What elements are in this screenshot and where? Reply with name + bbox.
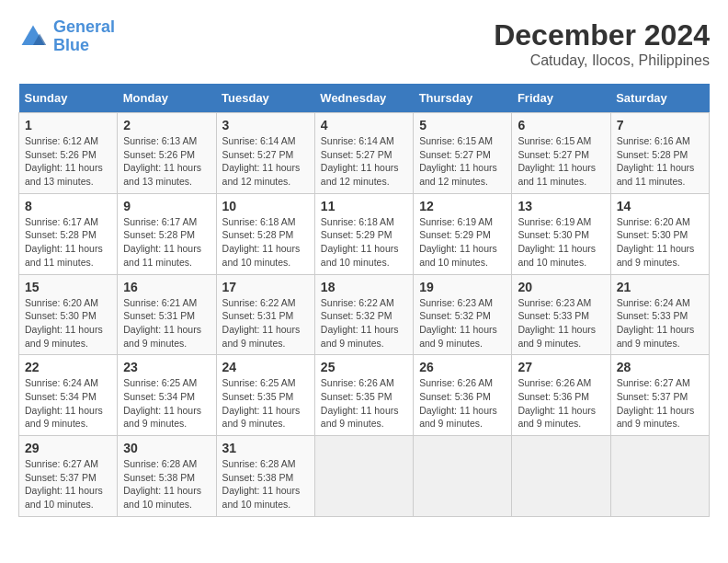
day-number: 12 xyxy=(419,199,506,213)
column-header-thursday: Thursday xyxy=(414,84,512,113)
calendar-cell: 1 Sunrise: 6:12 AM Sunset: 5:26 PM Dayli… xyxy=(19,113,118,194)
logo-line2: Blue xyxy=(53,36,89,54)
day-number: 25 xyxy=(321,360,407,374)
calendar-cell: 3 Sunrise: 6:14 AM Sunset: 5:27 PM Dayli… xyxy=(216,113,314,194)
calendar-cell: 5 Sunrise: 6:15 AM Sunset: 5:27 PM Dayli… xyxy=(414,113,512,194)
calendar-cell: 14 Sunrise: 6:20 AM Sunset: 5:30 PM Dayl… xyxy=(610,193,709,274)
day-number: 15 xyxy=(25,280,111,294)
day-info: Sunrise: 6:20 AM Sunset: 5:30 PM Dayligh… xyxy=(25,296,111,350)
day-number: 9 xyxy=(123,199,210,213)
day-number: 5 xyxy=(419,118,506,132)
calendar-cell: 27 Sunrise: 6:26 AM Sunset: 5:36 PM Dayl… xyxy=(512,355,610,436)
day-info: Sunrise: 6:26 AM Sunset: 5:36 PM Dayligh… xyxy=(518,376,604,431)
column-header-saturday: Saturday xyxy=(610,84,709,113)
day-number: 18 xyxy=(321,280,407,294)
calendar-cell xyxy=(512,436,610,517)
calendar-cell: 30 Sunrise: 6:28 AM Sunset: 5:38 PM Dayl… xyxy=(118,436,216,517)
calendar-cell: 10 Sunrise: 6:18 AM Sunset: 5:28 PM Dayl… xyxy=(216,193,314,274)
day-info: Sunrise: 6:22 AM Sunset: 5:31 PM Dayligh… xyxy=(222,296,309,350)
day-info: Sunrise: 6:27 AM Sunset: 5:37 PM Dayligh… xyxy=(25,457,111,511)
day-info: Sunrise: 6:16 AM Sunset: 5:28 PM Dayligh… xyxy=(617,134,703,189)
calendar-cell: 25 Sunrise: 6:26 AM Sunset: 5:35 PM Dayl… xyxy=(314,355,413,436)
day-info: Sunrise: 6:23 AM Sunset: 5:33 PM Dayligh… xyxy=(518,296,604,350)
calendar-cell: 29 Sunrise: 6:27 AM Sunset: 5:37 PM Dayl… xyxy=(19,436,118,517)
column-header-sunday: Sunday xyxy=(19,84,118,113)
calendar-table: SundayMondayTuesdayWednesdayThursdayFrid… xyxy=(18,84,710,517)
day-number: 10 xyxy=(222,199,309,213)
day-number: 13 xyxy=(518,199,604,213)
calendar-cell xyxy=(610,436,709,517)
calendar-week-row: 15 Sunrise: 6:20 AM Sunset: 5:30 PM Dayl… xyxy=(19,274,710,355)
month-title: December 2024 xyxy=(494,18,710,52)
day-info: Sunrise: 6:13 AM Sunset: 5:26 PM Dayligh… xyxy=(123,134,210,189)
column-header-tuesday: Tuesday xyxy=(216,84,314,113)
day-info: Sunrise: 6:15 AM Sunset: 5:27 PM Dayligh… xyxy=(419,134,506,189)
day-info: Sunrise: 6:28 AM Sunset: 5:38 PM Dayligh… xyxy=(222,457,309,511)
day-number: 24 xyxy=(222,360,309,374)
day-number: 28 xyxy=(617,360,703,374)
calendar-cell: 2 Sunrise: 6:13 AM Sunset: 5:26 PM Dayli… xyxy=(118,113,216,194)
calendar-cell: 13 Sunrise: 6:19 AM Sunset: 5:30 PM Dayl… xyxy=(512,193,610,274)
day-number: 3 xyxy=(222,118,309,132)
day-number: 20 xyxy=(518,280,604,294)
location-title: Catuday, Ilocos, Philippines xyxy=(494,52,710,69)
day-info: Sunrise: 6:19 AM Sunset: 5:30 PM Dayligh… xyxy=(518,215,604,270)
calendar-cell: 11 Sunrise: 6:18 AM Sunset: 5:29 PM Dayl… xyxy=(314,193,413,274)
day-number: 27 xyxy=(518,360,604,374)
calendar-cell: 7 Sunrise: 6:16 AM Sunset: 5:28 PM Dayli… xyxy=(610,113,709,194)
day-number: 30 xyxy=(123,441,210,455)
calendar-week-row: 29 Sunrise: 6:27 AM Sunset: 5:37 PM Dayl… xyxy=(19,436,710,517)
calendar-cell: 31 Sunrise: 6:28 AM Sunset: 5:38 PM Dayl… xyxy=(216,436,314,517)
day-number: 23 xyxy=(123,360,210,374)
day-info: Sunrise: 6:17 AM Sunset: 5:28 PM Dayligh… xyxy=(25,215,111,270)
logo-icon xyxy=(18,22,48,52)
calendar-cell: 12 Sunrise: 6:19 AM Sunset: 5:29 PM Dayl… xyxy=(414,193,512,274)
calendar-cell xyxy=(414,436,512,517)
calendar-cell: 15 Sunrise: 6:20 AM Sunset: 5:30 PM Dayl… xyxy=(19,274,118,355)
column-header-friday: Friday xyxy=(512,84,610,113)
day-info: Sunrise: 6:26 AM Sunset: 5:36 PM Dayligh… xyxy=(419,376,506,431)
day-number: 16 xyxy=(123,280,210,294)
day-number: 21 xyxy=(617,280,703,294)
day-number: 2 xyxy=(123,118,210,132)
day-info: Sunrise: 6:21 AM Sunset: 5:31 PM Dayligh… xyxy=(123,296,210,350)
calendar-cell: 9 Sunrise: 6:17 AM Sunset: 5:28 PM Dayli… xyxy=(118,193,216,274)
day-info: Sunrise: 6:14 AM Sunset: 5:27 PM Dayligh… xyxy=(222,134,309,189)
calendar-cell: 26 Sunrise: 6:26 AM Sunset: 5:36 PM Dayl… xyxy=(414,355,512,436)
day-info: Sunrise: 6:24 AM Sunset: 5:34 PM Dayligh… xyxy=(25,376,111,431)
day-number: 19 xyxy=(419,280,506,294)
calendar-cell: 6 Sunrise: 6:15 AM Sunset: 5:27 PM Dayli… xyxy=(512,113,610,194)
calendar-header-row: SundayMondayTuesdayWednesdayThursdayFrid… xyxy=(19,84,710,113)
day-number: 26 xyxy=(419,360,506,374)
day-number: 11 xyxy=(321,199,407,213)
calendar-cell xyxy=(314,436,413,517)
day-info: Sunrise: 6:18 AM Sunset: 5:29 PM Dayligh… xyxy=(321,215,407,270)
day-number: 22 xyxy=(25,360,111,374)
day-number: 7 xyxy=(617,118,703,132)
day-number: 31 xyxy=(222,441,309,455)
calendar-cell: 20 Sunrise: 6:23 AM Sunset: 5:33 PM Dayl… xyxy=(512,274,610,355)
header: General Blue December 2024 Catuday, Iloc… xyxy=(18,18,710,69)
calendar-cell: 23 Sunrise: 6:25 AM Sunset: 5:34 PM Dayl… xyxy=(118,355,216,436)
calendar-cell: 4 Sunrise: 6:14 AM Sunset: 5:27 PM Dayli… xyxy=(314,113,413,194)
title-area: December 2024 Catuday, Ilocos, Philippin… xyxy=(494,18,710,69)
calendar-week-row: 8 Sunrise: 6:17 AM Sunset: 5:28 PM Dayli… xyxy=(19,193,710,274)
column-header-wednesday: Wednesday xyxy=(314,84,413,113)
day-info: Sunrise: 6:15 AM Sunset: 5:27 PM Dayligh… xyxy=(518,134,604,189)
column-header-monday: Monday xyxy=(118,84,216,113)
day-number: 29 xyxy=(25,441,111,455)
day-info: Sunrise: 6:19 AM Sunset: 5:29 PM Dayligh… xyxy=(419,215,506,270)
day-number: 8 xyxy=(25,199,111,213)
calendar-cell: 24 Sunrise: 6:25 AM Sunset: 5:35 PM Dayl… xyxy=(216,355,314,436)
day-info: Sunrise: 6:22 AM Sunset: 5:32 PM Dayligh… xyxy=(321,296,407,350)
day-number: 1 xyxy=(25,118,111,132)
calendar-cell: 8 Sunrise: 6:17 AM Sunset: 5:28 PM Dayli… xyxy=(19,193,118,274)
calendar-cell: 18 Sunrise: 6:22 AM Sunset: 5:32 PM Dayl… xyxy=(314,274,413,355)
day-info: Sunrise: 6:26 AM Sunset: 5:35 PM Dayligh… xyxy=(321,376,407,431)
day-info: Sunrise: 6:14 AM Sunset: 5:27 PM Dayligh… xyxy=(321,134,407,189)
day-number: 14 xyxy=(617,199,703,213)
calendar-week-row: 22 Sunrise: 6:24 AM Sunset: 5:34 PM Dayl… xyxy=(19,355,710,436)
logo: General Blue xyxy=(18,18,115,55)
calendar-cell: 17 Sunrise: 6:22 AM Sunset: 5:31 PM Dayl… xyxy=(216,274,314,355)
day-info: Sunrise: 6:24 AM Sunset: 5:33 PM Dayligh… xyxy=(617,296,703,350)
